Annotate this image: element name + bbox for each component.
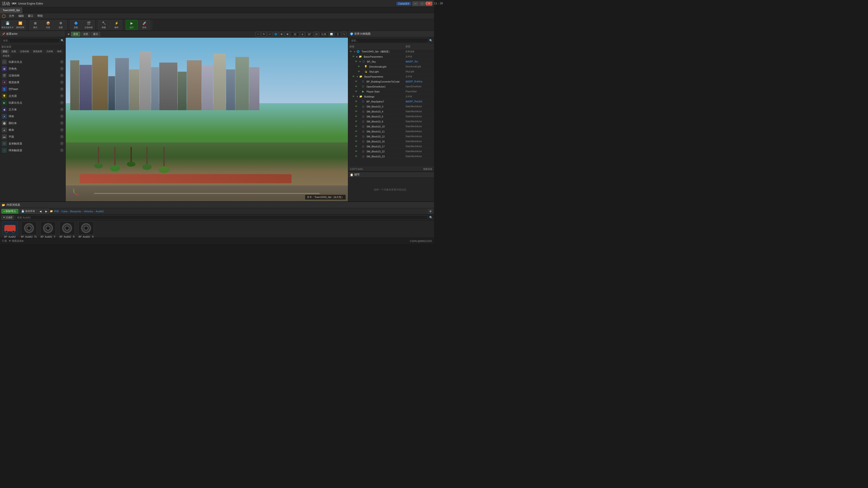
win-maximize-btn[interactable]: □ bbox=[419, 1, 425, 6]
table-row[interactable]: 👁 ▶ ◻ SM_Block10_6 StaticMeshActor bbox=[348, 119, 434, 124]
save-btn[interactable]: 💾 保存当前关卡 bbox=[1, 20, 13, 30]
visibility-icon[interactable]: 👁 bbox=[355, 110, 358, 113]
visibility-icon[interactable]: 👁 bbox=[355, 115, 358, 118]
visibility-icon[interactable]: 👁 bbox=[355, 155, 358, 158]
scale-icon[interactable]: ⤢ bbox=[267, 32, 272, 37]
outliner-item-type[interactable]: 编辑BP_RepSpli bbox=[405, 100, 433, 103]
view-options-btn[interactable]: 视图选项 bbox=[423, 168, 432, 171]
outliner-item-type[interactable]: 编辑BP_Building bbox=[405, 80, 433, 83]
save-all-btn[interactable]: 💾 保存所有 bbox=[19, 209, 37, 213]
table-row[interactable]: 👁 ▼ ⬡ BP_Sky 编辑BP_Sky bbox=[348, 59, 434, 64]
place-item-empty-actor[interactable]: □ 玩家出生点 ? bbox=[0, 58, 65, 65]
cinematic-help[interactable]: ? bbox=[60, 74, 64, 77]
rotate-icon[interactable]: ↻ bbox=[261, 32, 267, 37]
lighting-btn[interactable]: 光照 bbox=[81, 32, 90, 36]
table-row[interactable]: 👁 ▶ ◻ SM_Block10_12 StaticMeshActor bbox=[348, 134, 434, 139]
source-btn[interactable]: 🔀 源码管理 bbox=[14, 20, 26, 30]
visibility-icon[interactable]: 👁 bbox=[355, 150, 358, 153]
angle-input[interactable] bbox=[306, 32, 313, 36]
lights-tab[interactable]: 光源 bbox=[9, 50, 18, 54]
cinematic-tab[interactable]: 过场动画 bbox=[18, 50, 31, 54]
camera-speed-input[interactable] bbox=[320, 32, 328, 36]
breadcrumb-vehicles[interactable]: Vehicles bbox=[84, 210, 93, 213]
place-item-sphere-trigger[interactable]: ○ 球体触发器 ? bbox=[0, 147, 65, 154]
table-row[interactable]: 👁 ▶ 📁 BasicParameters 文件夹 bbox=[348, 54, 434, 59]
visibility-icon[interactable]: 👁 bbox=[349, 50, 353, 53]
playerstart-help[interactable]: ? bbox=[60, 101, 64, 105]
place-item-pawn[interactable]: ▣ 空角色 ? bbox=[0, 65, 65, 72]
activities-btn[interactable]: 活动 bbox=[2, 1, 10, 6]
build-btn[interactable]: 🔨 构建 bbox=[98, 20, 110, 30]
place-search-input[interactable] bbox=[1, 38, 60, 43]
vfx-help[interactable]: ? bbox=[60, 81, 64, 84]
carla-tray[interactable]: CarlaUE4 bbox=[396, 2, 411, 5]
visibility-icon[interactable]: 👁 bbox=[355, 85, 358, 88]
snap-icon[interactable]: ⊠ bbox=[285, 32, 290, 37]
place-item-cinematic[interactable]: 🎬 过场动画 ? bbox=[0, 72, 65, 79]
visibility-icon[interactable]: 👁 bbox=[355, 140, 358, 143]
grid-icon[interactable]: ⊞ bbox=[279, 32, 284, 37]
table-row[interactable]: 👁 ▶ ◻ SM_Block10_23 StaticMeshActor bbox=[348, 154, 434, 159]
place-item-point-light[interactable]: 💡 点光源 ? bbox=[0, 92, 65, 99]
play-btn[interactable]: ▶ 运行 bbox=[125, 20, 138, 30]
menu-help[interactable]: 帮助 bbox=[36, 13, 44, 19]
table-row[interactable]: 👁 ▼ 📁 BasicParametres 文件夹 bbox=[348, 74, 434, 79]
table-row[interactable]: 👁 ▶ ◻ SM_Block10_10 StaticMeshActor bbox=[348, 124, 434, 129]
breadcrumb-audia2[interactable]: AudiA2 bbox=[96, 210, 103, 213]
place-item-playerstart[interactable]: ▶ 玩家出生点 ? bbox=[0, 99, 65, 106]
sphere-trigger-help[interactable]: ? bbox=[60, 148, 64, 152]
grid-size-input[interactable] bbox=[291, 32, 299, 36]
transform-icon[interactable]: ↔ bbox=[255, 32, 260, 37]
table-row[interactable]: 👁 ▶ 💡 DirectionalLight DirectionalLight bbox=[348, 64, 434, 69]
cb-search-input[interactable] bbox=[16, 215, 428, 220]
breadcrumb-blueprints[interactable]: Blueprints bbox=[70, 210, 81, 213]
visibility-icon[interactable]: 👁 bbox=[355, 130, 358, 133]
table-row[interactable]: 👁 ▼ 📁 Buildings 文件夹 bbox=[348, 94, 434, 99]
visibility-icon[interactable]: 👁 bbox=[355, 100, 358, 103]
list-item[interactable]: BP_AudiA2_ RLW bbox=[59, 221, 75, 238]
table-row[interactable]: 👁 ▶ ◻ SM_Block10_11 StaticMeshActor bbox=[348, 129, 434, 134]
table-row[interactable]: 👁 ▶ ⬡ BP_RepSpline7 编辑BP_RepSpli bbox=[348, 99, 434, 104]
place-item-cylinder[interactable]: ⬤ 圆柱体 ? bbox=[0, 120, 65, 126]
show-btn[interactable]: 显示 bbox=[91, 32, 100, 36]
view-options-btn2[interactable]: 👁 视图选项► bbox=[9, 239, 24, 242]
list-item[interactable]: BP_AudiA2_ FLW bbox=[21, 221, 37, 238]
nav-forward-btn[interactable]: ▶ bbox=[44, 209, 49, 214]
visual-tab[interactable]: 视觉效果 bbox=[31, 50, 44, 54]
place-item-sphere[interactable]: ● 球体 ? bbox=[0, 113, 65, 120]
place-item-pawn2[interactable]: 👤 空Pawn ? bbox=[0, 86, 65, 92]
visibility-icon[interactable]: 👁 bbox=[355, 90, 358, 93]
breadcrumb-content[interactable]: 内容 bbox=[54, 209, 59, 213]
visibility-icon[interactable]: 👁 bbox=[352, 75, 355, 78]
sphere-help[interactable]: ? bbox=[60, 115, 64, 118]
visibility-icon[interactable]: 👁 bbox=[355, 105, 358, 108]
launch-btn[interactable]: 🚀 启动 bbox=[138, 20, 150, 30]
visibility-icon[interactable]: 👁 bbox=[355, 60, 358, 63]
table-row[interactable]: 👁 ▶ ◻ SM_Block10_17 StaticMeshActor bbox=[348, 144, 434, 149]
visibility-icon[interactable]: 👁 bbox=[355, 120, 358, 123]
pawn-help[interactable]: ? bbox=[60, 67, 64, 70]
content-btn[interactable]: 📦 内容 bbox=[42, 20, 54, 30]
outliner-item-type[interactable]: 编辑BP_Sky bbox=[405, 60, 433, 63]
visibility-icon[interactable]: 👁 bbox=[358, 70, 361, 73]
compile-btn[interactable]: ⚡ 编译 bbox=[110, 20, 123, 30]
blueprint-btn[interactable]: 🔷 蓝图 bbox=[70, 20, 82, 30]
list-item[interactable]: BP_AudiA2 bbox=[2, 221, 18, 238]
viewport-area[interactable]: 关卡：Town10HD_0pt（永久性） X Y bbox=[66, 38, 348, 201]
place-item-plane[interactable]: ▬ 平面 ? bbox=[0, 133, 65, 140]
table-row[interactable]: 👁 ▶ ⬡ BP_BuildingConverterToCode 编辑BP_Bu… bbox=[348, 79, 434, 84]
volume-tab[interactable]: 体积 bbox=[55, 50, 63, 54]
filter-btn[interactable]: ▼ 过滤器 bbox=[1, 215, 14, 220]
visibility-icon[interactable]: 👁 bbox=[355, 80, 358, 83]
cylinder-help[interactable]: ? bbox=[60, 121, 64, 125]
all-tab[interactable]: 所有类 bbox=[1, 54, 11, 58]
settings-icon[interactable]: ⚙ bbox=[428, 209, 433, 213]
visibility-icon[interactable]: 👁 bbox=[352, 55, 355, 58]
place-item-box-trigger[interactable]: ⬡ 盒体触发器 ? bbox=[0, 140, 65, 147]
visibility-icon[interactable]: 👁 bbox=[352, 95, 355, 98]
list-item[interactable]: BP_AudiA2_ RRW bbox=[78, 221, 94, 238]
settings-btn[interactable]: ⚙ 设置 bbox=[55, 20, 67, 30]
mode-btn[interactable]: ⊞ 模式 bbox=[29, 20, 41, 30]
active-tab[interactable]: Town10HD_0pt bbox=[0, 7, 23, 13]
plane-help[interactable]: ? bbox=[60, 135, 64, 139]
